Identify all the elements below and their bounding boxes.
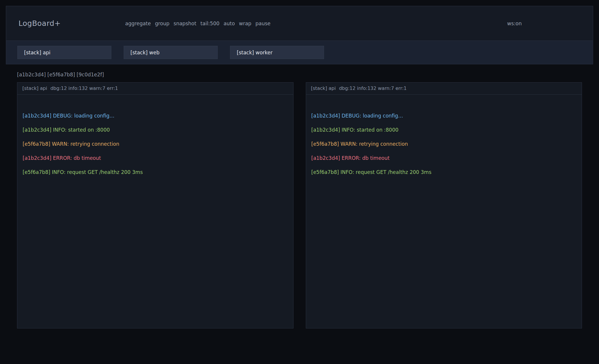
log-scroll-area[interactable]: [a1b2c3d4] DEBUG: loading config…[a1b2c3… — [17, 95, 293, 328]
panel-level-counts: dbg:12 info:132 warn:7 err:1 — [339, 83, 407, 94]
toolbar-item-wrap[interactable]: wrap — [239, 21, 251, 26]
toolbar-item-tail[interactable]: tail:500 — [200, 21, 219, 26]
stack-tabband: [stack] api [stack] web [stack] worker — [6, 41, 593, 64]
panel-level-counts: dbg:12 info:132 warn:7 err:1 — [50, 83, 118, 94]
toolbar-item-aggregate[interactable]: aggregate — [125, 21, 151, 26]
log-line-info: [e5f6a7b8] INFO: request GET /healthz 20… — [23, 165, 288, 179]
log-line-warn: [e5f6a7b8] WARN: retrying connection — [23, 137, 288, 151]
log-panel-right: [stack] api dbg:12 info:132 warn:7 err:1… — [306, 82, 582, 328]
log-line-error: [a1b2c3d4] ERROR: db timeout — [23, 151, 288, 165]
log-line-warn: [e5f6a7b8] WARN: retrying connection — [311, 137, 577, 151]
toolbar: aggregate group snapshot tail:500 auto w… — [125, 21, 271, 26]
toolbar-item-group[interactable]: group — [155, 21, 169, 26]
log-line-debug: [a1b2c3d4] DEBUG: loading config… — [311, 109, 577, 123]
log-panels: [stack] api dbg:12 info:132 warn:7 err:1… — [17, 82, 582, 328]
log-line-info: [a1b2c3d4] INFO: started on :8000 — [311, 123, 577, 137]
ws-status: ws:on — [507, 21, 522, 26]
log-panel-header: [stack] api dbg:12 info:132 warn:7 err:1 — [17, 83, 293, 95]
topbar-header: LogBoard+ aggregate group snapshot tail:… — [6, 6, 593, 41]
panel-source-label: [stack] api — [311, 83, 336, 94]
log-scroll-area[interactable]: [a1b2c3d4] DEBUG: loading config…[a1b2c3… — [306, 95, 582, 328]
toolbar-item-pause[interactable]: pause — [255, 21, 270, 26]
app-title: LogBoard+ — [19, 19, 125, 28]
tab-stack-web[interactable]: [stack] web — [124, 46, 218, 59]
panel-source-label: [stack] api — [22, 83, 47, 94]
log-panel-header: [stack] api dbg:12 info:132 warn:7 err:1 — [306, 83, 582, 95]
log-panel-left: [stack] api dbg:12 info:132 warn:7 err:1… — [17, 82, 293, 328]
tab-stack-worker[interactable]: [stack] worker — [230, 46, 324, 59]
trace-id-breadcrumb: [a1b2c3d4] [e5f6a7b8] [9c0d1e2f] — [17, 72, 599, 78]
tab-stack-api[interactable]: [stack] api — [17, 46, 111, 59]
log-line-info: [e5f6a7b8] INFO: request GET /healthz 20… — [311, 165, 577, 179]
topbar: LogBoard+ aggregate group snapshot tail:… — [6, 6, 593, 64]
log-line-error: [a1b2c3d4] ERROR: db timeout — [311, 151, 577, 165]
toolbar-item-auto[interactable]: auto — [224, 21, 235, 26]
log-line-debug: [a1b2c3d4] DEBUG: loading config… — [23, 109, 288, 123]
log-line-info: [a1b2c3d4] INFO: started on :8000 — [23, 123, 288, 137]
toolbar-item-snapshot[interactable]: snapshot — [174, 21, 197, 26]
